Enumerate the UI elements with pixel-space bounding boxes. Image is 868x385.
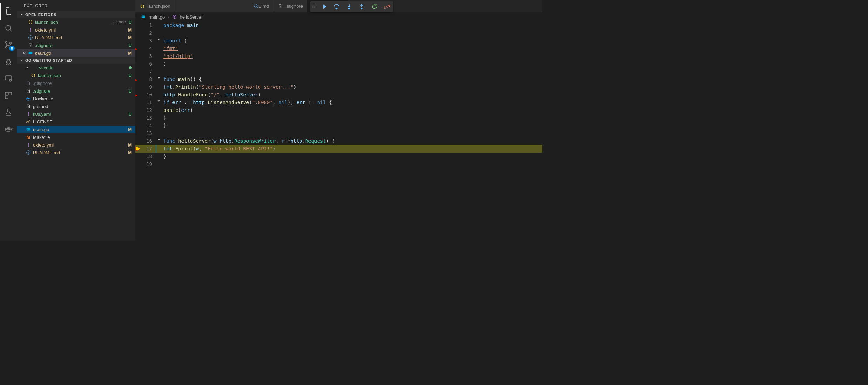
fold-gutter[interactable] — [156, 145, 163, 153]
glyph-margin[interactable] — [135, 106, 142, 114]
glyph-margin[interactable] — [135, 153, 142, 160]
code-line[interactable]: 11 if err := http.ListenAndServe(":8080"… — [135, 99, 542, 106]
glyph-margin[interactable] — [135, 60, 142, 68]
code-line[interactable]: 15 — [135, 129, 542, 137]
code-line[interactable]: 9 fmt.Println("Starting hello-world serv… — [135, 83, 542, 91]
fold-gutter[interactable] — [156, 106, 163, 114]
fold-gutter[interactable] — [156, 45, 163, 52]
code-line[interactable]: 5 "net/http" — [135, 52, 542, 60]
open-editor-item[interactable]: !okteto.ymlM — [17, 26, 135, 34]
drag-handle-icon[interactable]: ⠿ — [312, 4, 315, 9]
close-icon[interactable]: ✕ — [21, 50, 27, 56]
glyph-margin[interactable]: ▶ — [135, 75, 142, 83]
fold-gutter[interactable] — [156, 21, 163, 29]
glyph-margin[interactable] — [135, 129, 142, 137]
code-line[interactable]: 1package main — [135, 21, 542, 29]
glyph-margin[interactable] — [135, 52, 142, 60]
editor-tab[interactable]: .stignore — [273, 0, 307, 12]
glyph-margin[interactable] — [135, 122, 142, 129]
code-line[interactable]: 18} — [135, 153, 542, 160]
file-tree-item[interactable]: !okteto.ymlM — [17, 141, 135, 149]
activity-explorer[interactable] — [0, 3, 17, 20]
file-tree-item[interactable]: .gitignore — [17, 79, 135, 87]
fold-down-icon[interactable] — [156, 137, 161, 142]
code-line[interactable]: ▶10 http.HandleFunc("/", helloServer) — [135, 91, 542, 99]
glyph-margin[interactable] — [135, 83, 142, 91]
fold-gutter[interactable] — [156, 122, 163, 129]
glyph-margin[interactable] — [135, 37, 142, 45]
continue-button[interactable] — [320, 2, 328, 11]
glyph-margin[interactable] — [135, 29, 142, 37]
fold-gutter[interactable] — [156, 160, 163, 168]
code-line[interactable]: 2 — [135, 29, 542, 37]
fold-gutter[interactable] — [156, 153, 163, 160]
open-editor-item[interactable]: launch.json.vscodeU — [17, 18, 135, 26]
code-editor[interactable]: 1package main23import (▶4 "fmt"5 "net/ht… — [135, 21, 542, 241]
fold-down-icon[interactable] — [156, 37, 161, 42]
fold-gutter[interactable] — [156, 137, 163, 145]
open-editor-item[interactable]: README.mdM — [17, 34, 135, 41]
code-line[interactable]: 16func helloServer(w http.ResponseWriter… — [135, 137, 542, 145]
fold-down-icon[interactable] — [156, 99, 161, 103]
open-editor-item[interactable]: ✕main.goM — [17, 49, 135, 57]
project-header[interactable]: GO-GETTING-STARTED — [17, 57, 135, 64]
glyph-margin[interactable] — [135, 160, 142, 168]
restart-button[interactable] — [371, 2, 378, 11]
fold-gutter[interactable] — [156, 91, 163, 99]
glyph-margin[interactable]: ▶ — [135, 45, 142, 52]
open-editor-item[interactable]: .stignoreU — [17, 41, 135, 49]
fold-down-icon[interactable] — [156, 75, 161, 80]
glyph-margin[interactable] — [135, 114, 142, 122]
fold-gutter[interactable] — [156, 68, 163, 75]
file-tree-item[interactable]: LICENSE — [17, 118, 135, 126]
code-line[interactable]: 19 — [135, 160, 542, 168]
glyph-margin[interactable] — [135, 99, 142, 106]
code-line[interactable]: ▶4 "fmt" — [135, 45, 542, 52]
file-tree-item[interactable]: .vscode — [17, 64, 135, 72]
file-tree-item[interactable]: launch.jsonU — [17, 72, 135, 79]
code-line[interactable]: 7 — [135, 68, 542, 75]
glyph-margin[interactable] — [135, 68, 142, 75]
fold-gutter[interactable] — [156, 29, 163, 37]
file-tree-item[interactable]: .stignoreU — [17, 87, 135, 95]
fold-gutter[interactable] — [156, 99, 163, 106]
activity-search[interactable] — [0, 20, 17, 36]
fold-gutter[interactable] — [156, 83, 163, 91]
breadcrumb[interactable]: main.go › helloServer — [135, 12, 542, 21]
activity-debug[interactable] — [0, 53, 17, 70]
step-over-button[interactable] — [333, 2, 340, 11]
fold-gutter[interactable] — [156, 114, 163, 122]
activity-testing[interactable] — [0, 104, 17, 121]
activity-docker[interactable] — [0, 121, 17, 137]
glyph-margin[interactable] — [135, 137, 142, 145]
disconnect-button[interactable] — [383, 2, 391, 11]
glyph-margin[interactable]: ▶ — [135, 91, 142, 99]
open-editors-header[interactable]: OPEN EDITORS — [17, 11, 135, 18]
step-into-button[interactable] — [345, 2, 353, 11]
editor-tab[interactable]: E.md — [175, 0, 273, 12]
file-tree-item[interactable]: go.mod — [17, 102, 135, 110]
glyph-margin[interactable] — [135, 145, 142, 153]
fold-gutter[interactable] — [156, 60, 163, 68]
activity-remote[interactable] — [0, 70, 17, 87]
activity-source-control[interactable]: 8 — [0, 36, 17, 53]
file-tree-item[interactable]: README.mdM — [17, 149, 135, 156]
activity-extensions[interactable] — [0, 87, 17, 104]
fold-gutter[interactable] — [156, 52, 163, 60]
code-line[interactable]: 6) — [135, 60, 542, 68]
fold-gutter[interactable] — [156, 37, 163, 45]
code-line[interactable]: ▶8func main() { — [135, 75, 542, 83]
editor-tab[interactable]: launch.json — [135, 0, 175, 12]
code-line[interactable]: 13 } — [135, 114, 542, 122]
file-tree-item[interactable]: main.goM — [17, 126, 135, 133]
code-line[interactable]: 17 fmt.Fprint(w, "Hello world REST API!"… — [135, 145, 542, 153]
step-out-button[interactable] — [358, 2, 366, 11]
fold-gutter[interactable] — [156, 129, 163, 137]
fold-gutter[interactable] — [156, 75, 163, 83]
file-tree-item[interactable]: !k8s.yamlU — [17, 110, 135, 118]
file-tree-item[interactable]: Dockerfile — [17, 95, 135, 102]
file-tree-item[interactable]: MMakefile — [17, 133, 135, 141]
code-line[interactable]: 3import ( — [135, 37, 542, 45]
code-line[interactable]: 12 panic(err) — [135, 106, 542, 114]
code-line[interactable]: 14} — [135, 122, 542, 129]
